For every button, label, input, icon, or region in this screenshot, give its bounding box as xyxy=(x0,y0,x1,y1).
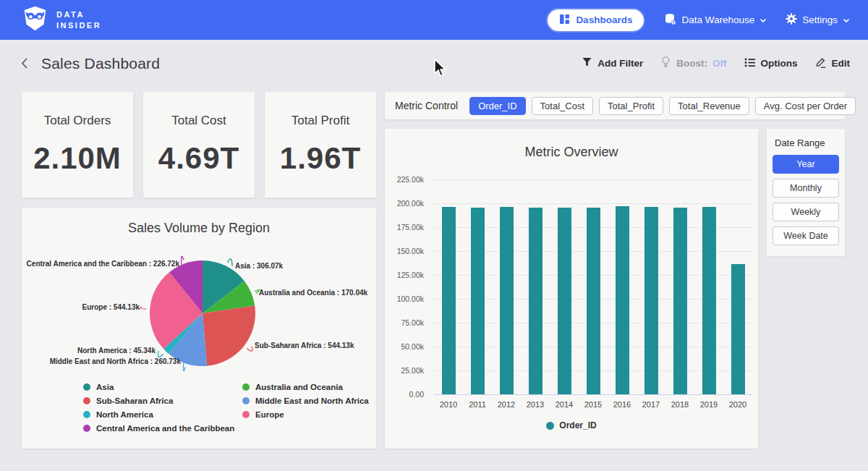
gridline xyxy=(434,394,752,395)
pie-leader-line xyxy=(140,307,146,309)
date-range-week-date-button[interactable]: Week Date xyxy=(773,226,839,245)
options-button[interactable]: Options xyxy=(744,57,798,70)
metric-chip-total-profit[interactable]: Total_Profit xyxy=(599,97,663,115)
pie-slice-sub-saharan-africa[interactable] xyxy=(203,305,255,365)
date-range-weekly-button[interactable]: Weekly xyxy=(773,203,839,221)
legend-item-australia-oceania[interactable]: Australia and Oceania xyxy=(242,383,369,391)
kpi-label: Total Profit xyxy=(292,114,349,128)
data-warehouse-icon xyxy=(664,13,676,27)
bar-2016[interactable] xyxy=(616,206,629,394)
settings-menu[interactable]: Settings xyxy=(786,13,850,27)
x-tick-label: 2013 xyxy=(521,400,550,409)
legend-item-north-america[interactable]: North America xyxy=(83,410,242,419)
edit-button[interactable]: Edit xyxy=(815,56,851,70)
bar-2017[interactable] xyxy=(644,207,658,394)
legend-item-middle-east-north-africa[interactable]: Middle East and North Africa xyxy=(242,396,369,405)
x-tick-label: 2011 xyxy=(463,400,492,409)
kpi-value: 1.96T xyxy=(280,141,361,176)
bar-2014[interactable] xyxy=(558,208,571,394)
list-icon xyxy=(744,57,756,70)
date-range-year-button[interactable]: Year xyxy=(773,155,839,174)
bar-2013[interactable] xyxy=(529,208,542,394)
x-tick-label: 2015 xyxy=(579,400,608,409)
bar-legend[interactable]: Order_ID xyxy=(385,420,758,430)
x-tick-label: 2019 xyxy=(694,400,723,409)
pie-slice-label: North America : 45.34k xyxy=(77,347,156,355)
bar-2019[interactable] xyxy=(702,207,716,394)
pie-chart-card: Sales Volume by Region Central America a… xyxy=(22,208,376,449)
kpi-value: 2.10M xyxy=(33,141,122,176)
pencil-icon xyxy=(815,56,827,70)
metric-chip-order-id[interactable]: Order_ID xyxy=(469,97,525,115)
date-range-monthly-button[interactable]: Monthly xyxy=(773,179,839,198)
bar-chart-card: Metric Overview 0.0025.00k50.00k75.00k10… xyxy=(385,129,758,449)
metric-chip-total-cost[interactable]: Total_Cost xyxy=(532,97,593,115)
data-warehouse-menu[interactable]: Data Warehouse xyxy=(664,13,767,27)
legend-dot xyxy=(83,383,90,391)
bar-2015[interactable] xyxy=(587,208,600,394)
dashboards-icon xyxy=(559,14,570,27)
bar-plot-area xyxy=(434,179,752,394)
metric-chip-avg-cost-per-order[interactable]: Avg. Cost per Order xyxy=(755,97,856,115)
y-axis-labels: 0.0025.00k50.00k75.00k100.00k125.00k150.… xyxy=(385,179,424,394)
metric-chip-total-revenue[interactable]: Total_Revenue xyxy=(669,97,749,115)
pie-slice-label: Asia : 306.07k xyxy=(235,262,283,270)
legend-item-sub-saharan-africa[interactable]: Sub-Saharan Africa xyxy=(83,396,242,405)
brand-logo[interactable]: DATA INSIDER xyxy=(22,5,101,35)
x-tick-label: 2020 xyxy=(723,400,752,409)
gridline xyxy=(434,179,752,180)
bar-2010[interactable] xyxy=(442,207,456,394)
x-tick-label: 2017 xyxy=(637,400,665,409)
back-button[interactable] xyxy=(20,57,28,69)
pie-slice-label: Australia and Oceania : 170.04k xyxy=(259,289,367,297)
boost-state: Off xyxy=(712,58,727,69)
pie-slice-label: Central America and the Caribbean : 226.… xyxy=(27,260,179,268)
kpi-card-total-cost: Total Cost 4.69T xyxy=(143,92,255,198)
x-tick-label: 2010 xyxy=(434,400,463,409)
bar-chart-title: Metric Overview xyxy=(385,145,758,160)
pie-leader-line xyxy=(228,259,232,266)
bar-2012[interactable] xyxy=(500,207,514,395)
bar-2020[interactable] xyxy=(731,264,745,394)
y-tick-label: 150.00k xyxy=(385,247,424,255)
legend-dot xyxy=(242,383,250,391)
kpi-value: 4.69T xyxy=(158,141,239,176)
owl-logo-icon xyxy=(22,5,48,35)
kpi-card-total-profit: Total Profit 1.96T xyxy=(265,92,376,198)
page-header: Sales Dashboard Add Filter Boost: Off xyxy=(0,40,868,87)
date-range-label: Date Range xyxy=(775,137,839,148)
legend-dot xyxy=(83,397,90,404)
add-filter-button[interactable]: Add Filter xyxy=(582,57,643,69)
legend-dot xyxy=(83,425,90,432)
y-tick-label: 50.00k xyxy=(385,342,424,351)
legend-item-asia[interactable]: Asia xyxy=(83,383,242,391)
bar-2011[interactable] xyxy=(471,208,485,394)
legend-dot xyxy=(242,411,250,418)
chevron-down-icon xyxy=(843,14,850,25)
pie-slice-label: Middle East and North Africa : 260.73k xyxy=(50,357,181,365)
kpi-label: Total Orders xyxy=(44,114,111,128)
pie-leader-line xyxy=(158,351,163,357)
brand-line1: DATA xyxy=(56,10,101,20)
x-tick-label: 2018 xyxy=(665,400,694,409)
dashboards-button[interactable]: Dashboards xyxy=(546,8,645,33)
boost-toggle[interactable]: Boost: Off xyxy=(660,56,726,70)
legend-dot xyxy=(83,411,90,418)
metric-control-label: Metric Control xyxy=(395,100,458,111)
chevron-down-icon xyxy=(760,14,767,25)
pie-slice-label: Europe : 544.13k xyxy=(82,303,140,311)
y-tick-label: 200.00k xyxy=(385,199,424,208)
kpi-label: Total Cost xyxy=(171,114,226,128)
legend-item-central-america-caribbean[interactable]: Central America and the Caribbean xyxy=(83,424,242,433)
navbar: DATA INSIDER Dashboards xyxy=(0,0,868,40)
boost-icon xyxy=(660,56,671,70)
legend-dot xyxy=(546,422,554,430)
bar-2018[interactable] xyxy=(673,208,687,394)
legend-item-europe[interactable]: Europe xyxy=(242,410,369,419)
y-tick-label: 225.00k xyxy=(385,175,424,184)
pie-legend: Asia Australia and Oceania Sub-Saharan A… xyxy=(83,383,369,433)
page-title: Sales Dashboard xyxy=(41,55,160,72)
y-tick-label: 75.00k xyxy=(385,318,424,327)
filter-icon xyxy=(582,57,592,69)
kpi-card-total-orders: Total Orders 2.10M xyxy=(22,92,133,198)
